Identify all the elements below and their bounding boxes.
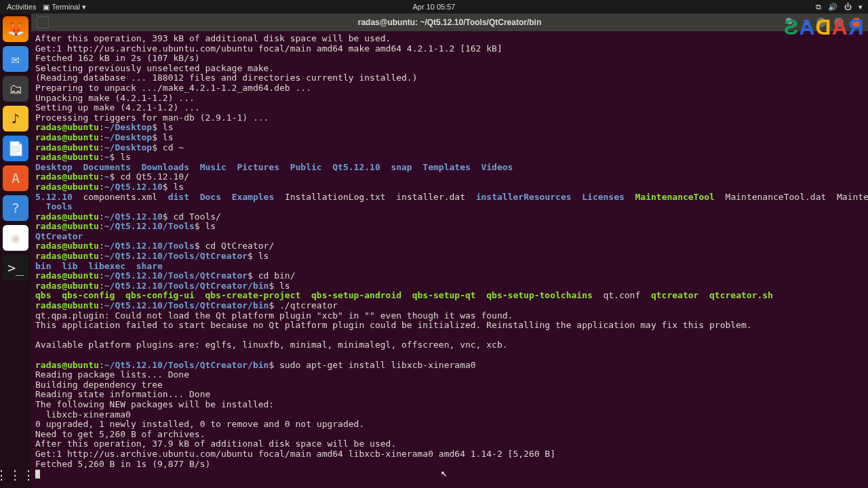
dock-chrome[interactable]: ◉ [3, 225, 28, 251]
app-menu[interactable]: ▣ Terminal ▾ [43, 3, 85, 12]
dock-terminal[interactable]: >_ [3, 255, 28, 281]
new-tab-button[interactable] [37, 16, 49, 28]
network-icon[interactable]: ⧉ [816, 3, 821, 12]
terminal-cursor [35, 470, 40, 479]
dock-rhythmbox[interactable]: ♪ [3, 106, 28, 131]
show-applications[interactable]: ⋮⋮⋮ [0, 461, 31, 488]
dock-thunderbird[interactable]: ✉ [3, 46, 28, 72]
dock-libreoffice[interactable]: 📄 [3, 136, 28, 161]
window-title: radas@ubuntu: ~/Qt5.12.10/Tools/QtCreato… [358, 18, 542, 27]
gnome-topbar: Activities ▣ Terminal ▾ Apr 10 05:57 ⧉ 🔊… [0, 0, 868, 14]
dock-firefox[interactable]: 🦊 [3, 16, 28, 42]
dock-software[interactable]: A [3, 165, 28, 191]
terminal[interactable]: After this operation, 393 kB of addition… [31, 31, 868, 488]
window-titlebar: radas@ubuntu: ~/Qt5.12.10/Tools/QtCreato… [31, 14, 868, 31]
volume-icon[interactable]: 🔊 [828, 3, 837, 12]
dock-files[interactable]: 🗂 [3, 76, 28, 102]
power-icon[interactable]: ⏻ [844, 3, 852, 11]
dock: 🦊 ✉ 🗂 ♪ 📄 A ? ◉ >_ [0, 14, 31, 488]
watermark-logo: RADAS [783, 15, 864, 40]
activities-button[interactable]: Activities [7, 3, 36, 11]
dock-help[interactable]: ? [3, 195, 28, 221]
clock[interactable]: Apr 10 05:57 [413, 3, 456, 11]
system-menu-chevron-icon[interactable]: ▾ [859, 3, 863, 12]
